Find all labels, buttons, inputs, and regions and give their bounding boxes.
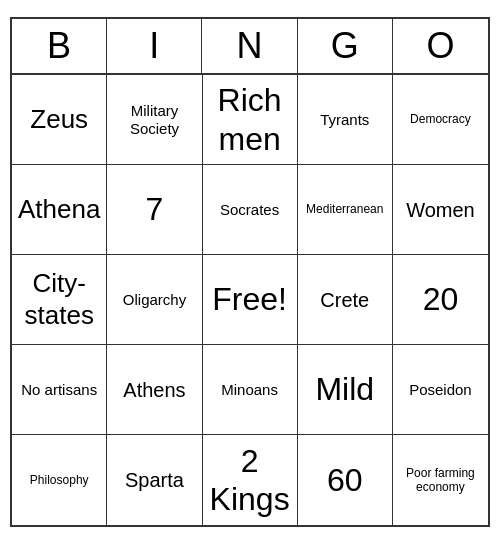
bingo-cell: Socrates xyxy=(203,165,298,255)
bingo-cell: Crete xyxy=(298,255,393,345)
header-letter: I xyxy=(107,19,202,73)
bingo-cell: 60 xyxy=(298,435,393,525)
bingo-cell: Democracy xyxy=(393,75,488,165)
bingo-cell: Rich men xyxy=(203,75,298,165)
bingo-cell: 7 xyxy=(107,165,202,255)
header-letter: O xyxy=(393,19,488,73)
bingo-cell: Poor farming economy xyxy=(393,435,488,525)
bingo-cell: Minoans xyxy=(203,345,298,435)
bingo-cell: Mild xyxy=(298,345,393,435)
bingo-header: BINGO xyxy=(12,19,488,75)
bingo-cell: Free! xyxy=(203,255,298,345)
bingo-cell: Mediterranean xyxy=(298,165,393,255)
header-letter: N xyxy=(202,19,297,73)
bingo-cell: Zeus xyxy=(12,75,107,165)
bingo-cell: No artisans xyxy=(12,345,107,435)
bingo-cell: Tyrants xyxy=(298,75,393,165)
bingo-cell: Poseidon xyxy=(393,345,488,435)
bingo-cell: City-states xyxy=(12,255,107,345)
bingo-cell: Military Society xyxy=(107,75,202,165)
bingo-cell: Philosophy xyxy=(12,435,107,525)
header-letter: B xyxy=(12,19,107,73)
header-letter: G xyxy=(298,19,393,73)
bingo-cell: 20 xyxy=(393,255,488,345)
bingo-card: BINGO ZeusMilitary SocietyRich menTyrant… xyxy=(10,17,490,527)
bingo-cell: Sparta xyxy=(107,435,202,525)
bingo-cell: Oligarchy xyxy=(107,255,202,345)
bingo-cell: Athena xyxy=(12,165,107,255)
bingo-cell: Women xyxy=(393,165,488,255)
bingo-cell: Athens xyxy=(107,345,202,435)
bingo-cell: 2 Kings xyxy=(203,435,298,525)
bingo-grid: ZeusMilitary SocietyRich menTyrantsDemoc… xyxy=(12,75,488,525)
